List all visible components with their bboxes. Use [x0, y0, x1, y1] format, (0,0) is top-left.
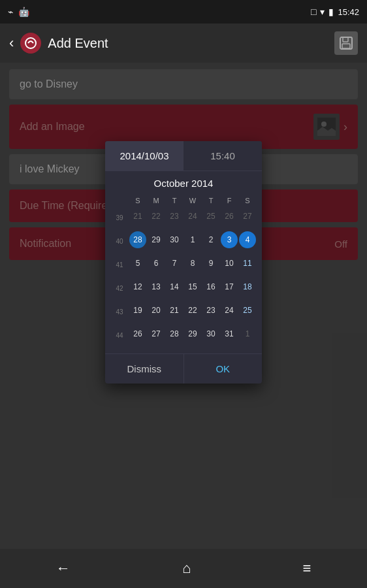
cal-day-27[interactable]: 27 [148, 325, 165, 342]
day-header-s2: S [238, 195, 257, 206]
cal-day-29[interactable]: 29 [148, 231, 165, 248]
cal-day-1b[interactable]: 1 [239, 325, 256, 342]
cal-day-9[interactable]: 9 [202, 255, 219, 272]
cal-day-1[interactable]: 1 [184, 231, 201, 248]
cal-day-21[interactable]: 21 [166, 302, 183, 319]
back-nav-button[interactable]: ← [56, 560, 71, 577]
status-left-icons: ⌁ 🤖 [8, 7, 29, 17]
cal-day[interactable]: 22 [148, 208, 165, 225]
dialog-buttons: Dismiss OK [105, 353, 262, 384]
week-num-41: 41 [110, 254, 129, 276]
status-bar: ⌁ 🤖 □ ▾ ▮ 15:42 [0, 0, 367, 24]
cal-day-19[interactable]: 19 [129, 302, 146, 319]
cal-day-13[interactable]: 13 [148, 278, 165, 295]
time-tab[interactable]: 15:40 [184, 141, 262, 171]
cal-day-12[interactable]: 12 [129, 278, 146, 295]
cal-day[interactable]: 26 [221, 208, 238, 225]
android-icon: 🤖 [18, 7, 29, 17]
cal-day-25[interactable]: 25 [239, 302, 256, 319]
cal-day-8[interactable]: 8 [184, 255, 201, 272]
cal-day-28b[interactable]: 28 [166, 325, 183, 342]
cal-day-24[interactable]: 24 [221, 302, 238, 319]
svg-point-0 [25, 38, 36, 48]
cal-day-20[interactable]: 20 [148, 302, 165, 319]
cal-day-18[interactable]: 18 [239, 278, 256, 295]
svg-rect-3 [342, 44, 350, 48]
back-icon[interactable]: ‹ [9, 35, 14, 52]
app-title: Add Event [48, 36, 108, 51]
dialog-header: 2014/10/03 15:40 [105, 141, 262, 171]
dialog-overlay: 2014/10/03 15:40 October 2014 S M T W T … [0, 63, 367, 549]
week-num-44: 44 [110, 325, 129, 347]
date-picker-dialog: 2014/10/03 15:40 October 2014 S M T W T … [105, 141, 262, 384]
bottom-nav: ← ⌂ ≡ [0, 549, 367, 588]
week-num-header [110, 195, 129, 206]
cal-day[interactable]: 25 [202, 208, 219, 225]
cal-day-2[interactable]: 2 [202, 231, 219, 248]
cal-day-22[interactable]: 22 [184, 302, 201, 319]
cal-day-10[interactable]: 10 [221, 255, 238, 272]
battery-icon: ▮ [328, 7, 334, 17]
day-header-s1: S [129, 195, 147, 206]
dismiss-button[interactable]: Dismiss [105, 354, 184, 384]
app-bar-left: ‹ Add Event [9, 33, 108, 54]
cal-day-17[interactable]: 17 [221, 278, 238, 295]
cal-day-29b[interactable]: 29 [184, 325, 201, 342]
week-num-39: 39 [110, 207, 129, 229]
ok-button[interactable]: OK [184, 354, 263, 384]
cal-day-16[interactable]: 16 [202, 278, 219, 295]
app-logo [20, 33, 41, 54]
cal-day-7[interactable]: 7 [166, 255, 183, 272]
cal-day[interactable]: 21 [129, 208, 146, 225]
week-num-43: 43 [110, 301, 129, 323]
cal-day-5[interactable]: 5 [129, 255, 146, 272]
cal-day-4[interactable]: 4 [239, 231, 256, 248]
menu-nav-button[interactable]: ≡ [303, 560, 311, 577]
save-button[interactable] [334, 31, 358, 55]
status-right-icons: □ ▾ ▮ 15:42 [311, 7, 359, 17]
cal-day[interactable]: 27 [239, 208, 256, 225]
cal-day-11[interactable]: 11 [239, 255, 256, 272]
cal-day-15[interactable]: 15 [184, 278, 201, 295]
app-bar: ‹ Add Event [0, 24, 367, 63]
day-header-t1: T [165, 195, 184, 206]
cal-day-3[interactable]: 3 [221, 231, 238, 248]
cal-day-28[interactable]: 28 [129, 231, 146, 248]
cal-day-14[interactable]: 14 [166, 278, 183, 295]
cal-day[interactable]: 23 [166, 208, 183, 225]
cal-day-30b[interactable]: 30 [202, 325, 219, 342]
day-header-w: W [184, 195, 202, 206]
cal-day-31[interactable]: 31 [221, 325, 238, 342]
day-header-m: M [147, 195, 165, 206]
cal-day-23[interactable]: 23 [202, 302, 219, 319]
cal-day[interactable]: 24 [184, 208, 201, 225]
week-num-40: 40 [110, 231, 129, 253]
week-num-42: 42 [110, 278, 129, 300]
wifi-icon: ▾ [320, 7, 325, 17]
usb-icon: ⌁ [8, 7, 13, 17]
day-header-f: F [220, 195, 238, 206]
cal-day-6[interactable]: 6 [148, 255, 165, 272]
calendar-title: October 2014 [110, 178, 257, 189]
calendar-grid: S M T W T F S 39 21 22 23 24 25 26 27 [110, 195, 257, 347]
home-nav-button[interactable]: ⌂ [182, 560, 191, 577]
svg-rect-2 [343, 37, 348, 42]
cal-day-26[interactable]: 26 [129, 325, 146, 342]
time-display: 15:42 [338, 7, 359, 17]
date-tab[interactable]: 2014/10/03 [105, 141, 184, 171]
day-header-t2: T [202, 195, 220, 206]
signal-icon: □ [311, 7, 316, 17]
calendar: October 2014 S M T W T F S 39 21 22 23 [105, 171, 262, 353]
cal-day-30[interactable]: 30 [166, 231, 183, 248]
